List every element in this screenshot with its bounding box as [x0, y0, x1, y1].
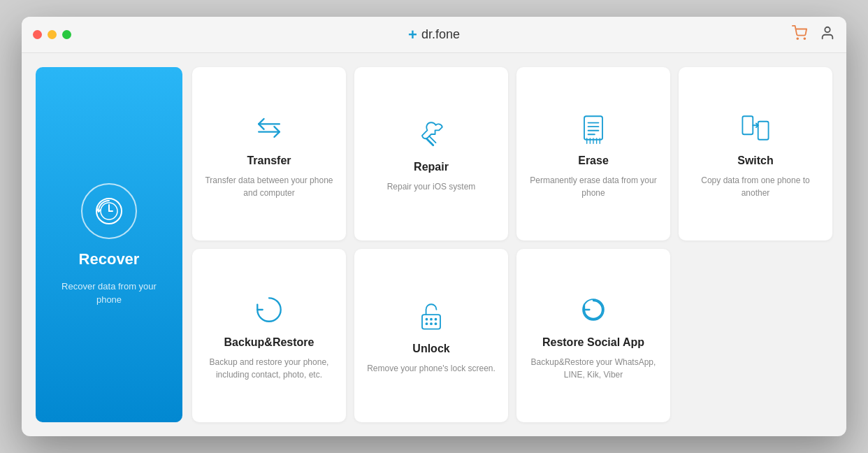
titlebar: + dr.fone [22, 17, 846, 53]
svg-point-2 [825, 27, 830, 32]
unlock-desc: Remove your phone's lock screen. [367, 362, 496, 375]
svg-rect-24 [422, 315, 440, 329]
erase-title: Erase [578, 154, 609, 167]
switch-icon [736, 108, 775, 148]
card-repair[interactable]: Repair Repair your iOS system [354, 67, 508, 240]
transfer-icon [249, 108, 289, 148]
recover-icon [93, 195, 125, 227]
svg-point-29 [430, 322, 433, 325]
erase-desc: Permanently erase data from your phone [528, 174, 659, 199]
backup-title: Backup&Restore [224, 336, 314, 349]
minimize-button[interactable] [48, 30, 57, 39]
repair-icon [412, 115, 451, 154]
card-restore-social[interactable]: Restore Social App Backup&Restore your W… [516, 249, 670, 422]
app-window: + dr.fone [22, 17, 846, 436]
backup-desc: Backup and restore your phone, including… [203, 356, 335, 381]
svg-point-27 [435, 318, 437, 321]
unlock-icon [412, 296, 451, 336]
unlock-title: Unlock [412, 343, 449, 355]
sidebar-icon-container [81, 183, 137, 239]
backup-icon [249, 290, 289, 329]
card-transfer[interactable]: Transfer Transfer data between your phon… [192, 67, 346, 240]
card-switch[interactable]: Switch Copy data from one phone to anoth… [679, 67, 832, 240]
user-icon[interactable] [820, 25, 835, 44]
repair-desc: Repair your iOS system [387, 180, 476, 193]
feature-grid: Transfer Transfer data between your phon… [192, 67, 832, 422]
maximize-button[interactable] [62, 30, 71, 39]
cart-icon[interactable] [792, 25, 807, 44]
svg-point-30 [435, 322, 437, 325]
sidebar-recover[interactable]: Recover Recover data from your phone [36, 67, 182, 422]
main-content: Recover Recover data from your phone Tra… [22, 53, 846, 436]
switch-desc: Copy data from one phone to another [690, 174, 821, 199]
transfer-desc: Transfer data between your phone and com… [203, 174, 335, 199]
restore-social-icon [574, 290, 613, 329]
transfer-title: Transfer [247, 154, 291, 167]
svg-rect-22 [758, 122, 769, 140]
card-unlock[interactable]: Unlock Remove your phone's lock screen. [354, 249, 508, 422]
svg-point-26 [430, 318, 433, 321]
titlebar-actions [792, 25, 835, 44]
card-backup[interactable]: Backup&Restore Backup and restore your p… [192, 249, 346, 422]
logo-plus-icon: + [408, 26, 417, 44]
repair-title: Repair [414, 161, 449, 173]
erase-icon [574, 108, 613, 148]
close-button[interactable] [33, 30, 42, 39]
svg-point-25 [426, 318, 428, 321]
sidebar-description: Recover data from your phone [50, 280, 168, 307]
svg-rect-11 [584, 116, 602, 139]
svg-point-28 [426, 322, 428, 325]
svg-point-1 [804, 38, 805, 39]
sidebar-title: Recover [79, 250, 140, 268]
app-logo: + dr.fone [408, 26, 460, 44]
traffic-lights [33, 30, 71, 39]
svg-rect-21 [742, 116, 753, 134]
card-erase[interactable]: Erase Permanently erase data from your p… [516, 67, 670, 240]
svg-point-0 [797, 38, 798, 39]
app-title: dr.fone [421, 27, 460, 42]
switch-title: Switch [737, 154, 774, 167]
restore-social-title: Restore Social App [542, 336, 644, 349]
restore-social-desc: Backup&Restore your WhatsApp, LINE, Kik,… [528, 356, 659, 381]
